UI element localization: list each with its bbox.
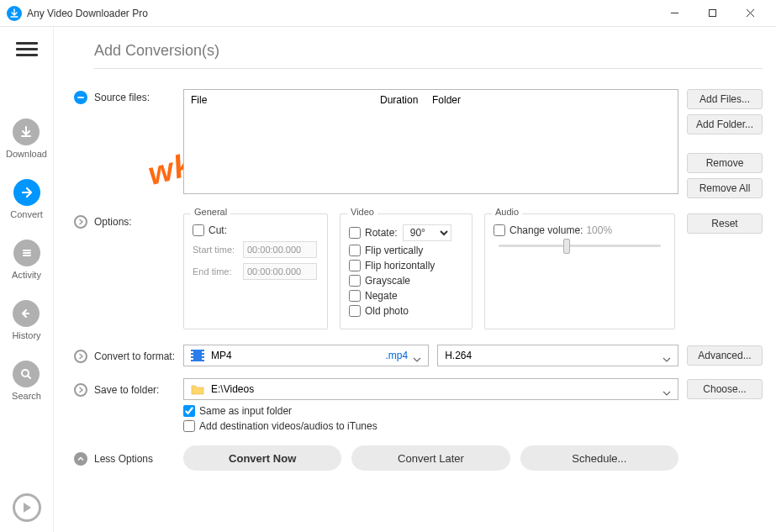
- minus-icon: [74, 91, 87, 104]
- search-icon: [13, 361, 40, 387]
- save-folder-label: Save to folder:: [74, 382, 183, 397]
- start-time-input[interactable]: [243, 241, 317, 258]
- change-volume-checkbox[interactable]: Change volume:100%: [494, 224, 666, 236]
- chevron-right-icon: [74, 215, 87, 229]
- sidebar-play-button[interactable]: [13, 493, 41, 522]
- same-as-input-checkbox[interactable]: Same as input folder: [183, 405, 763, 417]
- chevron-right-icon: [74, 383, 87, 397]
- titlebar: Any Video Downloader Pro: [0, 0, 776, 27]
- sidebar: Download Convert Activity History Search: [0, 27, 54, 532]
- save-folder-select[interactable]: E:\Videos: [183, 378, 678, 400]
- codec-select[interactable]: H.264: [437, 345, 678, 366]
- start-time-label: Start time:: [193, 245, 243, 255]
- chevron-down-icon: [663, 353, 671, 358]
- negate-checkbox[interactable]: Negate: [349, 290, 463, 302]
- add-folder-button[interactable]: Add Folder...: [687, 114, 763, 134]
- flip-vertical-checkbox[interactable]: Flip vertically: [349, 245, 463, 256]
- old-photo-checkbox[interactable]: Old photo: [349, 305, 463, 317]
- chevron-down-icon: [413, 353, 421, 358]
- convert-icon: [13, 179, 40, 206]
- audio-fieldset: Audio Change volume:100%: [484, 213, 675, 329]
- chevron-up-icon: [74, 452, 87, 466]
- menu-icon[interactable]: [16, 39, 38, 60]
- minimize-button[interactable]: [656, 1, 694, 26]
- format-label: Convert to format:: [74, 348, 183, 363]
- sidebar-item-history[interactable]: History: [12, 300, 40, 340]
- rotate-checkbox[interactable]: Rotate: 90°: [349, 224, 463, 241]
- video-fieldset: Video Rotate: 90° Flip vertically Flip h…: [340, 213, 472, 329]
- sidebar-item-activity[interactable]: Activity: [12, 240, 41, 280]
- end-time-input[interactable]: [243, 263, 317, 280]
- grayscale-checkbox[interactable]: Grayscale: [349, 275, 463, 287]
- sidebar-item-label: Download: [6, 149, 47, 159]
- remove-all-button[interactable]: Remove All: [687, 178, 763, 198]
- col-file: File: [184, 94, 373, 106]
- chevron-down-icon: [663, 387, 671, 392]
- sidebar-item-label: Search: [12, 391, 41, 401]
- choose-folder-button[interactable]: Choose...: [687, 379, 763, 399]
- divider: [94, 68, 763, 69]
- rotate-degree-select[interactable]: 90°: [403, 224, 451, 241]
- schedule-button[interactable]: Schedule...: [520, 445, 678, 471]
- svg-rect-0: [710, 10, 716, 17]
- folder-icon: [191, 384, 204, 395]
- sidebar-item-label: Convert: [10, 209, 43, 219]
- format-select[interactable]: MP4 .mp4: [183, 345, 429, 366]
- sidebar-item-convert[interactable]: Convert: [10, 179, 43, 219]
- reset-button[interactable]: Reset: [687, 213, 763, 234]
- remove-button[interactable]: Remove: [687, 153, 763, 173]
- end-time-label: End time:: [193, 266, 243, 277]
- col-folder: Folder: [425, 94, 678, 106]
- chevron-right-icon: [74, 350, 87, 363]
- source-files-label: Source files:: [74, 89, 183, 104]
- cut-checkbox[interactable]: Cut:: [193, 224, 319, 236]
- volume-slider[interactable]: [494, 245, 666, 247]
- add-files-button[interactable]: Add Files...: [687, 89, 763, 109]
- app-title: Any Video Downloader Pro: [27, 8, 656, 19]
- film-icon: [191, 350, 204, 361]
- advanced-button[interactable]: Advanced...: [687, 345, 763, 366]
- history-icon: [13, 300, 40, 327]
- source-files-table[interactable]: File Duration Folder: [183, 89, 678, 194]
- app-icon: [7, 6, 22, 21]
- convert-later-button[interactable]: Convert Later: [351, 445, 509, 471]
- play-icon: [13, 493, 41, 522]
- sidebar-item-label: History: [12, 330, 40, 340]
- maximize-button[interactable]: [694, 1, 731, 26]
- download-icon: [13, 119, 40, 145]
- sidebar-item-download[interactable]: Download: [6, 119, 47, 159]
- sidebar-item-search[interactable]: Search: [12, 361, 41, 401]
- add-to-itunes-checkbox[interactable]: Add destination videos/audios to iTunes: [183, 420, 763, 432]
- col-duration: Duration: [373, 94, 425, 106]
- general-fieldset: General Cut: Start time: End time:: [183, 213, 328, 329]
- sidebar-item-label: Activity: [12, 270, 41, 280]
- flip-horizontal-checkbox[interactable]: Flip horizontally: [349, 260, 463, 271]
- activity-icon: [13, 240, 40, 266]
- options-label: Options:: [74, 213, 183, 229]
- page-title: Add Conversion(s): [94, 42, 763, 60]
- less-options-toggle[interactable]: Less Options: [74, 450, 183, 466]
- close-button[interactable]: [731, 1, 769, 26]
- content-area: wklan.com Add Conversion(s) Source files…: [54, 27, 776, 532]
- convert-now-button[interactable]: Convert Now: [183, 445, 341, 471]
